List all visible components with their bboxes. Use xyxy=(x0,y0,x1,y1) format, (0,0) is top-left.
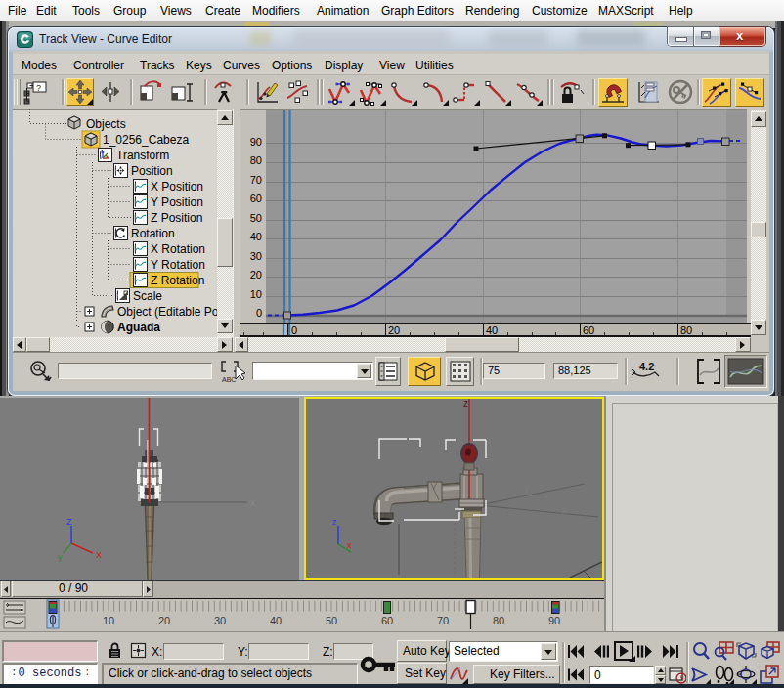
svg-text:X Rotation: X Rotation xyxy=(151,242,205,256)
svg-text:1_0256_Cabeza: 1_0256_Cabeza xyxy=(103,133,189,147)
svg-text:70: 70 xyxy=(437,615,449,626)
svg-text:X: X xyxy=(96,550,102,560)
svg-text:40: 40 xyxy=(270,615,282,626)
svg-text:20: 20 xyxy=(158,615,170,626)
svg-text:Aguada: Aguada xyxy=(117,321,160,334)
svg-text:30: 30 xyxy=(214,615,226,626)
svg-text:?: ? xyxy=(36,83,41,93)
svg-text:60: 60 xyxy=(583,324,594,335)
svg-text:80: 80 xyxy=(493,615,504,626)
svg-text:y: y xyxy=(524,483,529,494)
svg-text:0: 0 xyxy=(291,324,297,335)
svg-text:Z Position: Z Position xyxy=(151,211,202,225)
svg-text:Y Position: Y Position xyxy=(151,195,203,209)
svg-text:10: 10 xyxy=(103,615,114,626)
svg-text:60: 60 xyxy=(381,615,393,626)
svg-text:50: 50 xyxy=(326,615,337,626)
svg-text:x: x xyxy=(347,540,352,550)
svg-text:Rotation: Rotation xyxy=(131,227,175,240)
svg-text:X Position: X Position xyxy=(151,180,203,194)
svg-text:4.2: 4.2 xyxy=(639,361,654,372)
svg-text:Scale: Scale xyxy=(133,289,162,303)
svg-text:z: z xyxy=(463,399,468,408)
svg-text:z: z xyxy=(332,517,337,527)
svg-text:x: x xyxy=(562,505,567,516)
svg-text:20: 20 xyxy=(388,324,400,335)
svg-text:Y Rotation: Y Rotation xyxy=(151,258,205,272)
svg-text:Objects: Objects xyxy=(86,117,126,131)
svg-text:80: 80 xyxy=(680,324,692,335)
svg-text:40: 40 xyxy=(486,324,498,335)
svg-text:Object (Editable Poly): Object (Editable Poly) xyxy=(117,305,217,319)
svg-text:90: 90 xyxy=(548,615,560,626)
svg-text:ABC: ABC xyxy=(222,376,236,383)
svg-text:Z: Z xyxy=(66,517,72,527)
svg-text:Position: Position xyxy=(131,164,173,178)
svg-text:Transform: Transform xyxy=(116,149,169,162)
svg-text:x: x xyxy=(250,497,255,508)
svg-text:y: y xyxy=(58,552,63,562)
svg-text:Z Rotation: Z Rotation xyxy=(151,274,204,287)
